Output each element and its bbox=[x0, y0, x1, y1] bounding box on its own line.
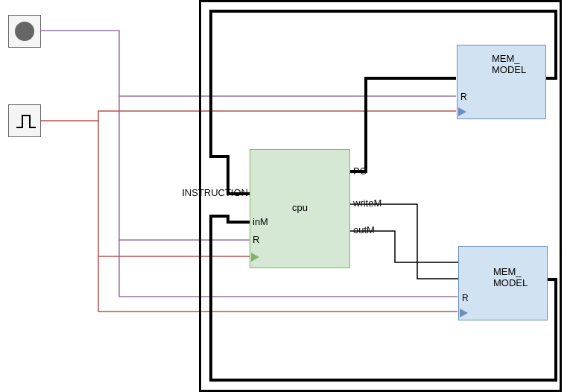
cpu-block: cpu bbox=[250, 149, 350, 268]
cpu-port-writeM: writeM bbox=[353, 197, 381, 209]
cpu-port-outM: outM bbox=[353, 224, 375, 235]
mem-model-bottom: MEM_ MODEL R bbox=[458, 246, 548, 320]
cpu-port-PC: PC bbox=[353, 165, 367, 177]
cpu-port-inM: inM bbox=[253, 216, 268, 227]
clock-source bbox=[8, 104, 41, 137]
filled-circle-icon bbox=[15, 22, 34, 41]
mem-bottom-clock-port bbox=[460, 309, 468, 317]
cpu-port-instruction: INSTRUCTION bbox=[148, 187, 248, 198]
square-wave-icon bbox=[9, 105, 42, 138]
cpu-clock-port bbox=[251, 253, 259, 262]
cpu-port-R: R bbox=[253, 234, 259, 245]
mem-top-port-R: R bbox=[460, 92, 467, 102]
mem-top-label: MEM_ MODEL bbox=[492, 53, 526, 75]
mem-bottom-label: MEM_ MODEL bbox=[493, 266, 528, 288]
cpu-label: cpu bbox=[250, 202, 349, 213]
mem-top-clock-port bbox=[458, 107, 466, 116]
reset-source bbox=[8, 15, 41, 48]
mem-bottom-port-R: R bbox=[462, 293, 469, 303]
mem-model-top: MEM_ MODEL R bbox=[457, 45, 546, 119]
